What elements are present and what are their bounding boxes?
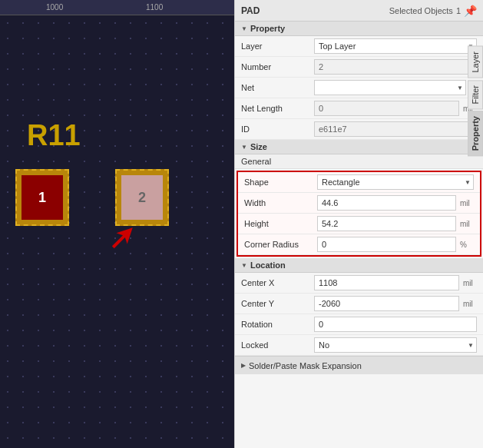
shape-select-wrapper[interactable]: Rectangle	[317, 174, 474, 190]
height-label: Height	[244, 219, 317, 228]
number-value[interactable]	[314, 59, 477, 75]
net-length-value[interactable]: mil	[314, 101, 477, 116]
net-value[interactable]: ↖	[314, 80, 477, 95]
center-y-row: Center Y mil	[235, 294, 483, 314]
id-label: ID	[241, 124, 314, 134]
pin-icon[interactable]: 📌	[464, 5, 477, 17]
ruler-mark-1100: 1100	[146, 3, 163, 12]
pad-2-outer[interactable]: 2	[115, 169, 169, 226]
width-value[interactable]: mil	[317, 195, 474, 211]
section-general-label: General	[235, 154, 483, 169]
pad-2-wrapper[interactable]: 2	[115, 169, 169, 226]
number-row: Number	[235, 57, 483, 78]
net-select[interactable]	[314, 80, 466, 95]
number-input[interactable]	[314, 59, 477, 75]
net-label: Net	[241, 83, 314, 92]
tab-layer[interactable]: Layer	[468, 46, 483, 78]
section-size-label: Size	[250, 142, 267, 151]
panel-header-right: Selected Objects 1 📌	[389, 5, 477, 17]
pad-1-inner[interactable]: 1	[22, 175, 63, 220]
section-property-label: Property	[250, 24, 285, 33]
locked-value[interactable]: No	[314, 337, 477, 353]
tab-filter[interactable]: Filter	[468, 80, 483, 109]
rotation-value[interactable]	[314, 317, 477, 332]
section-triangle-property: ▼	[241, 25, 247, 32]
rotation-row: Rotation	[235, 314, 483, 335]
pcb-canvas[interactable]: 1000 1100 R11 1 2	[0, 0, 234, 448]
width-row: Width mil	[238, 193, 480, 214]
shape-select[interactable]: Rectangle	[317, 174, 474, 190]
corner-radius-label: Corner Radius	[244, 240, 317, 249]
corner-radius-unit: %	[460, 241, 474, 249]
corner-radius-row: Corner Radius %	[238, 234, 480, 255]
shape-label: Shape	[244, 178, 317, 187]
locked-select[interactable]: No	[314, 337, 477, 353]
center-x-value[interactable]: mil	[314, 275, 477, 290]
net-row: Net ↖	[235, 78, 483, 98]
properties-panel: PAD Selected Objects 1 📌 ▼ Property Laye…	[234, 0, 483, 448]
panel-header: PAD Selected Objects 1 📌	[235, 0, 483, 22]
panel-title: PAD	[241, 5, 260, 16]
number-label: Number	[241, 62, 314, 71]
ruler-mark-1000: 1000	[46, 3, 63, 12]
corner-radius-input[interactable]	[317, 237, 456, 252]
layer-select[interactable]: Top Layer	[314, 38, 477, 54]
rotation-label: Rotation	[241, 320, 314, 329]
section-size-header[interactable]: ▼ Size	[235, 140, 483, 154]
solder-paste-label: Solder/Paste Mask Expansion	[249, 361, 362, 370]
solder-paste-section[interactable]: ▶ Solder/Paste Mask Expansion	[235, 356, 483, 374]
net-length-input[interactable]	[314, 101, 459, 116]
center-y-unit: mil	[463, 300, 477, 308]
selection-arrow	[108, 222, 138, 253]
pad-2-inner[interactable]: 2	[121, 175, 163, 220]
center-y-label: Center Y	[241, 299, 314, 308]
layer-select-wrapper[interactable]: Top Layer	[314, 38, 477, 54]
height-row: Height mil	[238, 214, 480, 234]
pad-1-wrapper[interactable]: 1	[15, 169, 69, 226]
height-unit: mil	[460, 220, 474, 228]
height-input[interactable]	[317, 216, 456, 231]
net-select-wrapper[interactable]	[314, 80, 466, 95]
net-length-row: Net Length mil	[235, 98, 483, 119]
panel-content: ▼ Property Layer Top Layer Number Net	[235, 22, 483, 448]
section-property-header[interactable]: ▼ Property	[235, 22, 483, 36]
layer-row: Layer Top Layer	[235, 36, 483, 57]
corner-radius-value[interactable]: %	[317, 237, 474, 252]
svg-marker-0	[108, 222, 138, 253]
section-triangle-location: ▼	[241, 262, 247, 269]
center-x-row: Center X mil	[235, 273, 483, 294]
section-location-header[interactable]: ▼ Location	[235, 258, 483, 273]
rotation-input[interactable]	[314, 317, 477, 332]
tab-property[interactable]: Property	[468, 111, 483, 156]
center-x-input[interactable]	[314, 275, 459, 290]
width-label: Width	[244, 198, 317, 207]
center-x-label: Center X	[241, 278, 314, 287]
net-length-label: Net Length	[241, 104, 314, 113]
component-label: R11	[27, 119, 81, 152]
id-value[interactable]	[314, 121, 477, 137]
selected-objects-label: Selected Objects	[389, 6, 453, 15]
section-location-label: Location	[250, 261, 286, 270]
height-value[interactable]: mil	[317, 216, 474, 231]
ruler-top: 1000 1100	[0, 0, 234, 15]
width-input[interactable]	[317, 195, 456, 211]
center-y-value[interactable]: mil	[314, 296, 477, 311]
layer-label: Layer	[241, 41, 314, 51]
center-x-unit: mil	[463, 279, 477, 287]
selected-count: 1	[456, 6, 461, 15]
section-triangle-solder: ▶	[241, 362, 246, 369]
pad-container: 1 2	[15, 169, 169, 226]
shape-row: Shape Rectangle	[238, 172, 480, 193]
id-input[interactable]	[314, 121, 477, 137]
locked-row: Locked No	[235, 335, 483, 356]
highlighted-section: Shape Rectangle Width mil	[237, 171, 481, 257]
pad-1-outer[interactable]: 1	[15, 169, 69, 226]
id-row: ID	[235, 119, 483, 140]
layer-value[interactable]: Top Layer	[314, 38, 477, 54]
side-tabs: Layer Filter Property	[468, 46, 483, 156]
shape-value[interactable]: Rectangle	[317, 174, 474, 190]
center-y-input[interactable]	[314, 296, 459, 311]
section-triangle-size: ▼	[241, 144, 247, 151]
locked-label: Locked	[241, 340, 314, 350]
locked-select-wrapper[interactable]: No	[314, 337, 477, 353]
